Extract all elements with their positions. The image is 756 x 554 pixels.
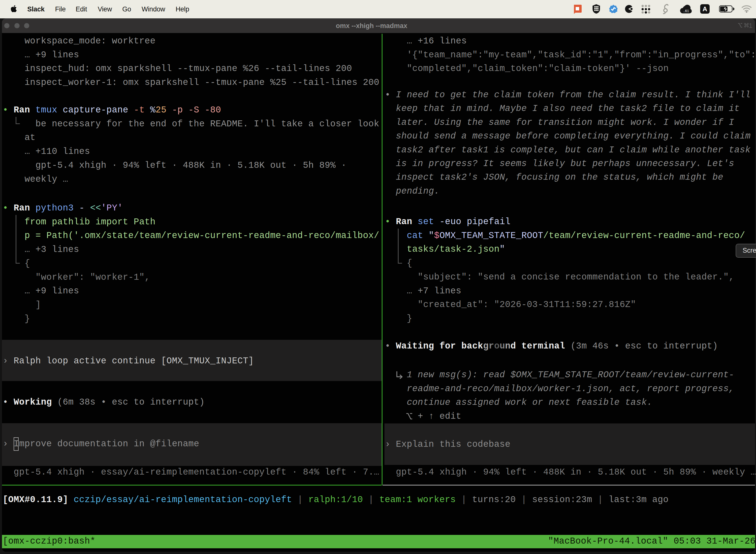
svg-text:A: A bbox=[703, 5, 707, 13]
svg-text:..61: ..61 bbox=[683, 9, 689, 13]
